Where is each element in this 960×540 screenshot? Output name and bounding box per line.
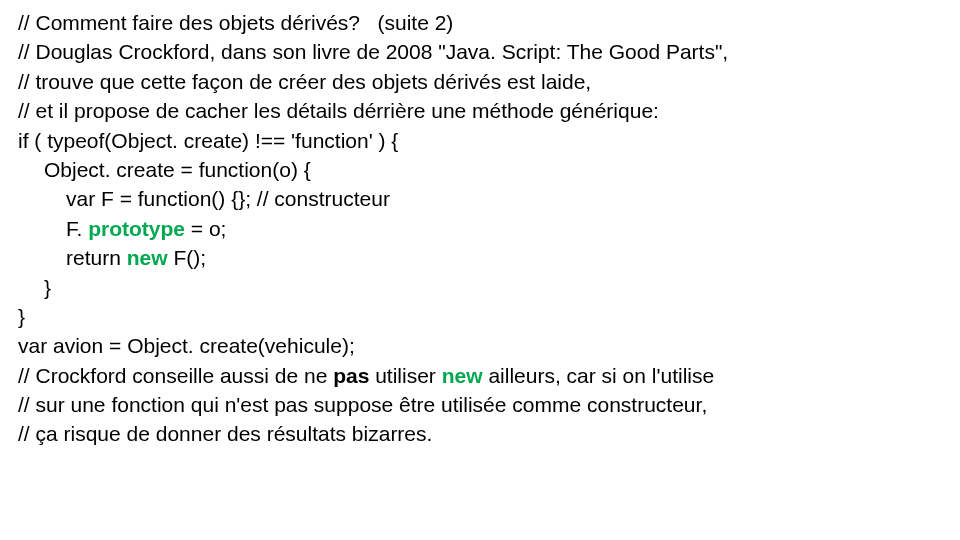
comment-line-13: // Crockford conseille aussi de ne pas u…: [18, 361, 948, 390]
code-line-avion: var avion = Object. create(vehicule);: [18, 331, 948, 360]
code-line-close-inner: }: [18, 273, 948, 302]
code-line-if: if ( typeof(Object. create) !== 'functio…: [18, 126, 948, 155]
text-frag: ailleurs, car si on l'utilise: [483, 364, 715, 387]
comment-line-1: // Comment faire des objets dérivés? (su…: [18, 8, 948, 37]
comment-line-15: // ça risque de donner des résultats biz…: [18, 419, 948, 448]
code-line-var-F: var F = function() {}; // constructeur: [18, 184, 948, 213]
code-slide: // Comment faire des objets dérivés? (su…: [0, 0, 960, 461]
keyword-new: new: [442, 364, 483, 387]
code-line-close-outer: }: [18, 302, 948, 331]
comment-line-14: // sur une fonction qui n'est pas suppos…: [18, 390, 948, 419]
code-line-assign: Object. create = function(o) {: [18, 155, 948, 184]
text-frag: // Crockford conseille aussi de ne: [18, 364, 333, 387]
keyword-new: new: [127, 246, 168, 269]
comment-line-4: // et il propose de cacher les détails d…: [18, 96, 948, 125]
text-frag: return: [66, 246, 127, 269]
text-frag: F.: [66, 217, 88, 240]
comment-line-3: // trouve que cette façon de créer des o…: [18, 67, 948, 96]
bold-pas: pas: [333, 364, 369, 387]
comment-line-2: // Douglas Crockford, dans son livre de …: [18, 37, 948, 66]
text-frag: F();: [168, 246, 206, 269]
code-line-prototype: F. prototype = o;: [18, 214, 948, 243]
code-line-return: return new F();: [18, 243, 948, 272]
text-frag: utiliser: [369, 364, 441, 387]
text-frag: = o;: [185, 217, 226, 240]
keyword-prototype: prototype: [88, 217, 185, 240]
